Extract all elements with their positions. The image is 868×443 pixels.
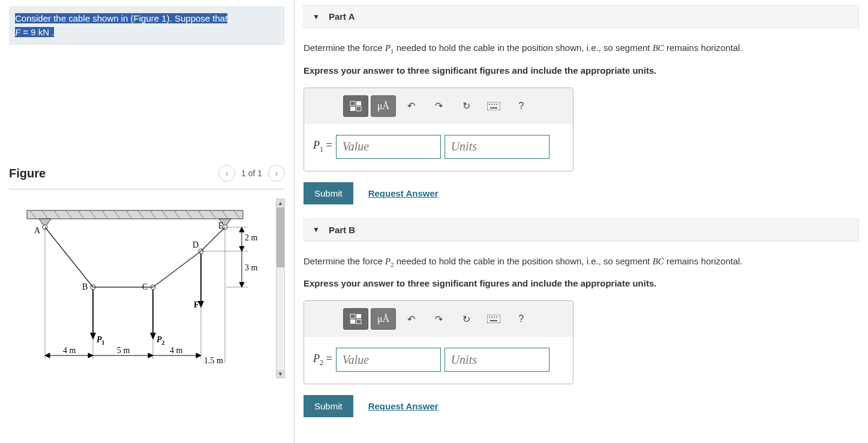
label-F: F bbox=[194, 300, 199, 309]
svg-point-46 bbox=[491, 317, 492, 318]
scroll-up-icon[interactable]: ▲ bbox=[277, 199, 284, 207]
part-b-toolbar: μÅ ↶ ↷ ↻ ? bbox=[304, 301, 573, 337]
problem-statement: Consider the cable shown in (Figure 1). … bbox=[9, 6, 285, 45]
figure-title: Figure bbox=[9, 167, 46, 180]
svg-rect-31 bbox=[356, 101, 361, 106]
part-a-question: Determine the force P1 needed to hold th… bbox=[304, 41, 859, 56]
label-P1: P1 bbox=[97, 335, 105, 346]
svg-point-36 bbox=[491, 104, 492, 105]
qB-pre: Determine the force bbox=[304, 256, 385, 266]
templates-icon bbox=[350, 314, 362, 324]
figure-pager: ‹ 1 of 1 › bbox=[218, 165, 285, 182]
label-E: E bbox=[218, 221, 224, 230]
figure-content: A E B C D F P1 P2 bbox=[9, 198, 285, 380]
reset-button[interactable]: ↻ bbox=[453, 95, 479, 117]
keyboard-button[interactable] bbox=[481, 308, 506, 330]
part-a-submit-button[interactable]: Submit bbox=[304, 182, 353, 204]
svg-point-48 bbox=[496, 317, 497, 318]
qA-post: needed to hold the cable in the position… bbox=[394, 43, 653, 53]
templates-icon bbox=[350, 101, 362, 111]
svg-marker-24 bbox=[196, 353, 201, 358]
part-b-submit-button[interactable]: Submit bbox=[304, 395, 353, 417]
part-a-header[interactable]: ▼ Part A bbox=[304, 5, 859, 28]
reset-button[interactable]: ↻ bbox=[453, 308, 479, 330]
svg-point-37 bbox=[494, 104, 495, 105]
svg-rect-39 bbox=[490, 107, 497, 109]
svg-rect-33 bbox=[356, 107, 361, 111]
chevron-down-icon: ▼ bbox=[313, 225, 320, 234]
part-a-submit-row: Submit Request Answer bbox=[304, 182, 859, 204]
svg-rect-44 bbox=[487, 315, 500, 323]
part-b-units-input[interactable] bbox=[444, 348, 549, 372]
right-panel: ▼ Part A Determine the force P1 needed t… bbox=[294, 0, 868, 443]
undo-button[interactable]: ↶ bbox=[398, 308, 424, 330]
svg-rect-41 bbox=[356, 314, 361, 318]
figure-header: Figure ‹ 1 of 1 › bbox=[9, 165, 285, 189]
redo-button[interactable]: ↷ bbox=[426, 95, 451, 117]
svg-rect-30 bbox=[350, 101, 355, 106]
problem-end: . bbox=[49, 27, 54, 37]
units-symbols-button[interactable]: μÅ bbox=[371, 308, 396, 330]
templates-button[interactable] bbox=[343, 95, 368, 117]
problem-unit: kN bbox=[38, 27, 49, 37]
part-b-request-answer-link[interactable]: Request Answer bbox=[368, 401, 438, 411]
figure-page-label: 1 of 1 bbox=[241, 168, 262, 178]
dim-4m-1: 4 m bbox=[63, 346, 76, 355]
label-C: C bbox=[142, 282, 148, 291]
qA-var: P bbox=[385, 43, 391, 53]
part-b-answer-box: μÅ ↶ ↷ ↻ ? P2 = bbox=[304, 300, 573, 384]
scroll-down-icon[interactable]: ▼ bbox=[277, 370, 284, 378]
figure-scrollbar[interactable]: ▲ ▼ bbox=[276, 198, 285, 378]
scroll-thumb[interactable] bbox=[277, 207, 284, 267]
dim-4m-2: 4 m bbox=[170, 346, 183, 355]
figure-prev-button[interactable]: ‹ bbox=[218, 165, 235, 182]
part-a-request-answer-link[interactable]: Request Answer bbox=[368, 188, 438, 198]
units-symbols-button[interactable]: μÅ bbox=[371, 95, 396, 117]
chevron-down-icon: ▼ bbox=[313, 13, 320, 21]
problem-line1: Consider the cable shown in (Figure 1). … bbox=[15, 13, 227, 23]
dim-1-5m: 1.5 m bbox=[204, 356, 223, 365]
part-a-body: Determine the force P1 needed to hold th… bbox=[304, 28, 859, 213]
part-a-instruction: Express your answer to three significant… bbox=[304, 65, 859, 76]
segment-DE bbox=[201, 227, 225, 251]
part-b-value-input[interactable] bbox=[336, 348, 441, 372]
qB-var: P bbox=[385, 257, 391, 266]
qA-seg: BC bbox=[653, 43, 664, 53]
part-a-input-label: P1 = bbox=[313, 139, 332, 154]
svg-marker-29 bbox=[239, 282, 244, 287]
part-b-question: Determine the force P2 needed to hold th… bbox=[304, 255, 859, 270]
keyboard-icon bbox=[487, 315, 500, 323]
templates-button[interactable] bbox=[343, 308, 368, 330]
part-a-input-row: P1 = bbox=[304, 124, 573, 171]
label-P2: P2 bbox=[157, 335, 165, 346]
svg-rect-40 bbox=[350, 314, 355, 318]
label-D: D bbox=[193, 240, 199, 249]
part-b-header[interactable]: ▼ Part B bbox=[304, 218, 859, 242]
qB-seg: BC bbox=[653, 257, 664, 266]
svg-marker-22 bbox=[148, 353, 153, 358]
part-a-value-input[interactable] bbox=[336, 135, 441, 159]
part-b-instruction: Express your answer to three significant… bbox=[304, 278, 859, 288]
svg-marker-19 bbox=[45, 353, 50, 358]
part-b-input-label: P2 = bbox=[313, 352, 332, 367]
help-button[interactable]: ? bbox=[509, 95, 534, 117]
figure-next-button[interactable]: › bbox=[268, 165, 285, 182]
part-b-title: Part B bbox=[329, 225, 355, 235]
part-a-units-input[interactable] bbox=[444, 135, 549, 159]
svg-point-45 bbox=[489, 317, 490, 318]
undo-button[interactable]: ↶ bbox=[398, 95, 424, 117]
part-a-toolbar: μÅ ↶ ↷ ↻ ? bbox=[304, 88, 573, 124]
qB-post: needed to hold the cable in the position… bbox=[394, 256, 653, 266]
help-button[interactable]: ? bbox=[509, 308, 534, 330]
keyboard-icon bbox=[487, 102, 500, 110]
redo-button[interactable]: ↷ bbox=[426, 308, 451, 330]
dim-3m: 3 m bbox=[245, 263, 258, 272]
segment-CD bbox=[153, 251, 201, 287]
svg-marker-27 bbox=[239, 246, 244, 251]
svg-point-38 bbox=[496, 104, 497, 105]
keyboard-button[interactable] bbox=[481, 95, 506, 117]
dim-2m: 2 m bbox=[245, 233, 258, 242]
svg-rect-42 bbox=[350, 320, 355, 324]
problem-eq: = 9 bbox=[20, 27, 38, 37]
dim-vert bbox=[239, 227, 244, 287]
